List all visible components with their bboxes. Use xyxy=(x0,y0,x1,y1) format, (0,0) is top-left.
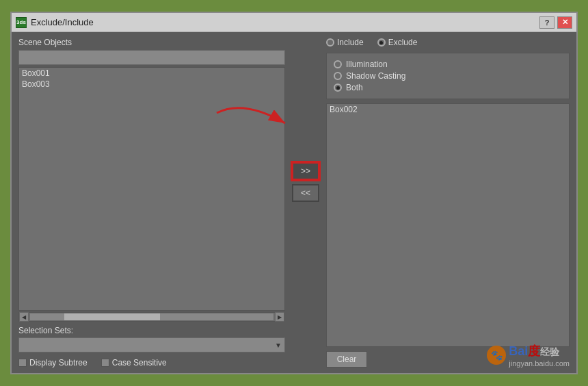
move-right-button[interactable]: >> xyxy=(292,162,319,180)
both-radio[interactable] xyxy=(334,83,342,92)
list-item[interactable]: Box001 xyxy=(19,68,284,79)
case-sensitive-checkbox[interactable]: Case Sensitive xyxy=(101,358,167,368)
scrollbar-thumb[interactable] xyxy=(64,313,160,320)
excluded-objects-list: Box002 xyxy=(326,103,570,347)
right-panel: Include Exclude Illumination Shadow Cast… xyxy=(326,38,570,368)
scene-objects-label: Scene Objects xyxy=(18,38,285,47)
exclude-label: Exclude xyxy=(388,38,418,47)
both-option[interactable]: Both xyxy=(334,83,562,92)
transfer-buttons-area: >> << xyxy=(285,38,326,368)
illumination-label: Illumination xyxy=(346,60,388,69)
chevron-down-icon: ▼ xyxy=(275,342,282,349)
case-sensitive-label: Case Sensitive xyxy=(112,358,167,368)
scene-objects-list: Box001 Box003 xyxy=(18,67,285,311)
clear-button[interactable]: Clear xyxy=(326,351,367,368)
shadow-casting-label: Shadow Casting xyxy=(346,71,405,81)
watermark-du: 度 xyxy=(528,343,540,359)
shadow-casting-radio[interactable] xyxy=(334,72,342,80)
include-radio[interactable]: Include xyxy=(326,38,364,47)
selection-sets-label: Selection Sets: xyxy=(18,326,285,335)
include-radio-button[interactable] xyxy=(326,38,334,47)
checkboxes-row: Display Subtree Case Sensitive xyxy=(18,358,285,368)
app-icon: 3ds xyxy=(16,17,27,28)
filter-options-box: Illumination Shadow Casting Both xyxy=(326,53,570,99)
watermark-url: jingyan.baidu.com xyxy=(509,359,570,368)
close-button[interactable]: ✕ xyxy=(557,16,572,29)
paw-icon: 🐾 xyxy=(487,346,506,365)
watermark: 🐾 Bai 度 经验 jingyan.baidu.com xyxy=(487,343,570,368)
help-button[interactable]: ? xyxy=(539,16,554,29)
illumination-radio[interactable] xyxy=(334,60,342,68)
title-bar: 3ds Exclude/Include ? ✕ xyxy=(12,13,576,32)
list-item[interactable]: Box002 xyxy=(327,104,569,115)
scroll-right-arrow[interactable]: ▶ xyxy=(275,312,284,322)
dialog-window: 3ds Exclude/Include ? ✕ Scene Objects Bo… xyxy=(10,12,578,374)
shadow-casting-option[interactable]: Shadow Casting xyxy=(334,71,562,81)
checkbox-icon xyxy=(18,359,27,367)
horizontal-scrollbar[interactable]: ◀ ▶ xyxy=(18,312,285,322)
title-bar-right: ? ✕ xyxy=(539,16,572,29)
include-label: Include xyxy=(337,38,364,47)
exclude-radio[interactable]: Exclude xyxy=(377,38,418,47)
display-subtree-label: Display Subtree xyxy=(29,358,88,368)
dialog-title: Exclude/Include xyxy=(31,17,94,27)
illumination-option[interactable]: Illumination xyxy=(334,60,562,69)
dialog-body: Scene Objects Box001 Box003 ◀ ▶ Selectio… xyxy=(12,32,576,373)
scrollbar-track[interactable] xyxy=(30,313,273,320)
both-label: Both xyxy=(346,83,363,92)
watermark-suffix: 经验 xyxy=(540,346,559,359)
include-exclude-row: Include Exclude xyxy=(326,38,570,47)
title-bar-left: 3ds Exclude/Include xyxy=(16,17,94,28)
watermark-brand: Bai 度 经验 jingyan.baidu.com xyxy=(509,343,570,368)
main-area: Scene Objects Box001 Box003 ◀ ▶ Selectio… xyxy=(18,38,570,368)
display-subtree-checkbox[interactable]: Display Subtree xyxy=(18,358,88,368)
move-left-button[interactable]: << xyxy=(292,184,319,202)
checkbox-icon xyxy=(101,359,109,367)
scroll-left-arrow[interactable]: ◀ xyxy=(19,312,29,322)
list-item[interactable]: Box003 xyxy=(19,79,284,90)
selection-sets-dropdown[interactable]: ▼ xyxy=(18,337,285,352)
search-input[interactable] xyxy=(18,50,285,65)
exclude-radio-button[interactable] xyxy=(377,38,386,47)
selection-sets-area: Selection Sets: ▼ xyxy=(18,326,285,352)
watermark-bai: Bai xyxy=(509,344,528,359)
left-panel: Scene Objects Box001 Box003 ◀ ▶ Selectio… xyxy=(18,38,285,368)
